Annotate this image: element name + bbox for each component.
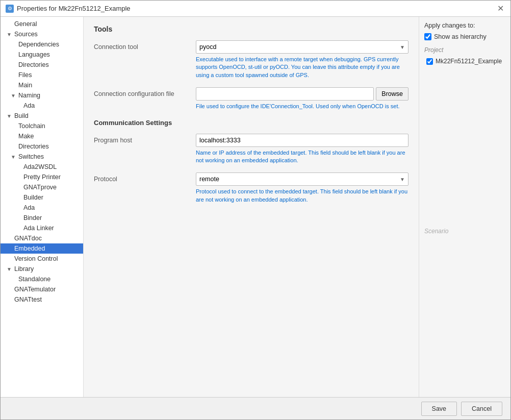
show-hierarchy-checkbox[interactable] [424, 33, 431, 40]
protocol-dropdown[interactable]: remote ▼ [196, 172, 408, 186]
connection-tool-dropdown[interactable]: pyocd ▼ [196, 40, 408, 54]
sidebar-item-label: GNATdoc [14, 235, 42, 242]
apply-panel: Apply changes to: Show as hierarchy Proj… [419, 17, 510, 397]
connection-tool-row: Connection tool pyocd ▼ [94, 40, 408, 54]
connection-tool-group: Connection tool pyocd ▼ Executable used … [94, 40, 408, 79]
sidebar-item-ada[interactable]: Ada [1, 101, 83, 111]
sidebar-item-naming[interactable]: ▼Naming [1, 90, 83, 101]
sidebar-item-gnattest[interactable]: GNATtest [1, 294, 83, 305]
sidebar-item-label: Ada [23, 102, 35, 109]
protocol-hint: Protocol used to connect to the embedded… [196, 188, 408, 204]
sidebar-item-version-control[interactable]: Version Control [1, 254, 83, 264]
project-item-checkbox[interactable] [426, 58, 433, 65]
program-host-group: Program host Name or IP address of the e… [94, 134, 408, 165]
sidebar-item-label: GNATprove [23, 184, 57, 191]
sidebar-item-pretty-printer[interactable]: Pretty Printer [1, 172, 83, 182]
program-host-input[interactable] [196, 134, 408, 147]
sidebar-item-label: Directories [18, 61, 49, 68]
sidebar-item-binder[interactable]: Binder [1, 213, 83, 223]
dialog-icon: ⚙ [6, 5, 14, 13]
comm-section-title: Communication Settings [94, 119, 408, 127]
protocol-group: Protocol remote ▼ Protocol used to conne… [94, 172, 408, 204]
sidebar-item-toolchain[interactable]: Toolchain [1, 121, 83, 131]
sidebar-item-directories-src[interactable]: Directories [1, 60, 83, 70]
dropdown-arrow-icon: ▼ [400, 44, 405, 50]
dialog-title: Properties for Mk22Fn51212_Example [17, 5, 131, 12]
sidebar-item-label: GNATtest [14, 296, 42, 303]
scenario-area [424, 239, 505, 392]
sidebar-item-label: Library [14, 265, 34, 273]
project-header: Project [424, 46, 505, 54]
sidebar-item-label: Standalone [18, 276, 50, 283]
sidebar-item-switches[interactable]: ▼Switches [1, 152, 83, 162]
connection-tool-value: pyocd [199, 43, 216, 51]
sidebar-item-label: Make [18, 133, 34, 140]
sidebar-item-standalone[interactable]: Standalone [1, 274, 83, 284]
program-host-label: Program host [94, 137, 196, 144]
protocol-value: remote [199, 176, 219, 183]
sidebar-item-label: Build [14, 112, 29, 119]
sidebar-item-label: Directories [18, 143, 49, 150]
bottom-bar: Save Cancel [1, 397, 510, 419]
sidebar-item-label: Builder [23, 194, 43, 201]
sidebar: General▼SourcesDependenciesLanguagesDire… [1, 17, 84, 397]
sidebar-item-gnatdoc[interactable]: GNATdoc [1, 233, 83, 243]
sidebar-item-dependencies[interactable]: Dependencies [1, 39, 83, 50]
sidebar-item-gnaemulator[interactable]: GNATemulator [1, 284, 83, 294]
tools-section-title: Tools [94, 25, 408, 33]
sidebar-item-embedded[interactable]: Embedded [1, 243, 83, 254]
sidebar-item-make[interactable]: Make [1, 131, 83, 141]
expand-icon: ▼ [11, 154, 17, 160]
sidebar-item-label: General [14, 20, 37, 28]
title-bar-left: ⚙ Properties for Mk22Fn51212_Example [6, 5, 131, 13]
sidebar-item-label: Languages [18, 51, 50, 58]
connection-config-hint: File used to configure the IDE'Connectio… [196, 103, 408, 110]
sidebar-item-ada-sw[interactable]: Ada [1, 203, 83, 213]
scenario-label: Scenario [424, 228, 505, 235]
sidebar-item-directories-build[interactable]: Directories [1, 141, 83, 152]
close-button[interactable]: ✕ [495, 4, 505, 14]
main-content: General▼SourcesDependenciesLanguagesDire… [1, 17, 510, 397]
show-hierarchy-label: Show as hierarchy [434, 33, 487, 40]
expand-icon: ▼ [7, 266, 13, 272]
cancel-button[interactable]: Cancel [461, 402, 502, 416]
program-host-row: Program host [94, 134, 408, 147]
sidebar-item-build[interactable]: ▼Build [1, 111, 83, 121]
program-host-hint: Name or IP address of the embedded targe… [196, 149, 408, 165]
content-area: Tools Connection tool pyocd ▼ Executable… [84, 17, 419, 397]
connection-config-group: Connection configuration file Browse Fil… [94, 87, 408, 110]
expand-icon: ▼ [7, 113, 13, 119]
sidebar-item-label: Pretty Printer [23, 174, 61, 181]
connection-tool-hint: Executable used to interface with a remo… [196, 56, 408, 79]
sidebar-item-gnatprove[interactable]: GNATprove [1, 182, 83, 192]
connection-config-input[interactable] [196, 87, 374, 101]
protocol-label: Protocol [94, 176, 196, 183]
protocol-row: Protocol remote ▼ [94, 172, 408, 186]
sidebar-item-label: Binder [23, 214, 42, 221]
sidebar-item-sources[interactable]: ▼Sources [1, 29, 83, 39]
sidebar-item-label: Ada2WSDL [23, 163, 57, 170]
apply-title: Apply changes to: [424, 22, 505, 29]
sidebar-item-label: GNATemulator [14, 286, 56, 293]
connection-config-label: Connection configuration file [94, 90, 196, 97]
sidebar-item-ada2wsdl[interactable]: Ada2WSDL [1, 162, 83, 172]
browse-button[interactable]: Browse [376, 87, 408, 101]
spacer [424, 69, 505, 224]
properties-dialog: ⚙ Properties for Mk22Fn51212_Example ✕ G… [0, 0, 511, 420]
project-item: Mk22Fn51212_Example [424, 58, 505, 65]
save-button[interactable]: Save [421, 402, 457, 416]
sidebar-item-label: Dependencies [18, 41, 59, 48]
sidebar-item-builder[interactable]: Builder [1, 192, 83, 203]
right-panel: Tools Connection tool pyocd ▼ Executable… [84, 17, 510, 397]
sidebar-item-label: Version Control [14, 255, 58, 262]
sidebar-item-main[interactable]: Main [1, 80, 83, 90]
sidebar-item-files[interactable]: Files [1, 70, 83, 80]
sidebar-item-label: Sources [14, 31, 38, 38]
sidebar-item-ada-linker[interactable]: Ada Linker [1, 223, 83, 233]
sidebar-item-languages[interactable]: Languages [1, 50, 83, 60]
sidebar-item-general[interactable]: General [1, 19, 83, 29]
connection-tool-label: Connection tool [94, 43, 196, 51]
title-bar: ⚙ Properties for Mk22Fn51212_Example ✕ [1, 1, 510, 17]
show-hierarchy-row: Show as hierarchy [424, 33, 505, 40]
sidebar-item-library[interactable]: ▼Library [1, 264, 83, 274]
